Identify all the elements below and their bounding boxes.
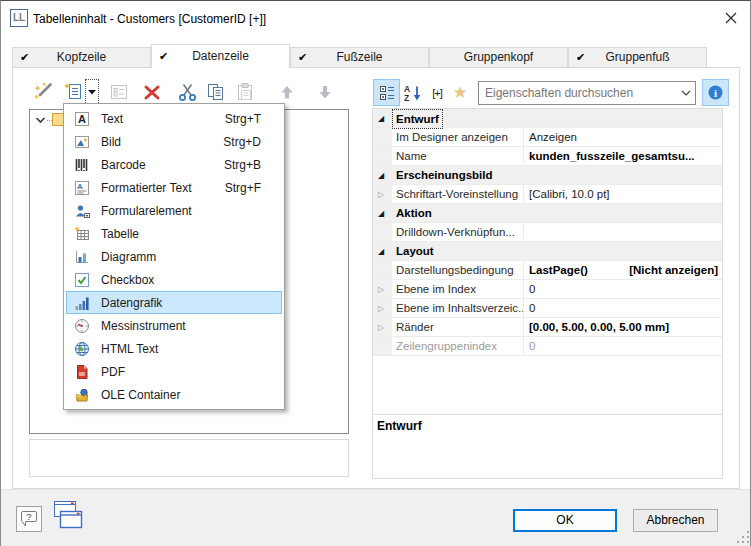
- property-row-zeilengruppenindex[interactable]: Zeilengruppenindex0: [373, 337, 722, 356]
- menu-item-label: Text: [101, 112, 123, 126]
- row-gutter: [373, 128, 392, 146]
- property-row-schriftart-voreinstellung[interactable]: ▷Schriftart-Voreinstellung[Calibri, 10.0…: [373, 185, 722, 204]
- resize-grip[interactable]: [737, 531, 751, 545]
- property-value[interactable]: 0: [524, 299, 722, 317]
- expand-triangle-icon[interactable]: ▷: [378, 186, 384, 204]
- menu-item-html-text[interactable]: HTML Text: [66, 337, 282, 360]
- property-value[interactable]: [Calibri, 10.0 pt]: [524, 185, 722, 203]
- properties-icon: [108, 81, 130, 103]
- section-label: Erscheinungsbild: [392, 166, 493, 184]
- row-gutter: ▷: [373, 185, 392, 203]
- property-value[interactable]: [0.00, 5.00, 0.00, 5.00 mm]: [524, 318, 722, 336]
- menu-item-ole-container[interactable]: OLE Container: [66, 383, 282, 406]
- menu-item-bild[interactable]: BildStrg+D: [66, 130, 282, 153]
- tab-fusszeile[interactable]: ✔Fußzeile: [290, 47, 429, 67]
- property-value[interactable]: [524, 223, 722, 241]
- row-gutter: ◢: [373, 242, 392, 260]
- property-row-name[interactable]: Namekunden_fusszeile_gesamtsu...: [373, 147, 722, 166]
- search-dropdown-chevron[interactable]: [677, 90, 695, 96]
- menu-item-tabelle[interactable]: Tabelle: [66, 222, 282, 245]
- menu-item-messinstrument[interactable]: Messinstrument: [66, 314, 282, 337]
- cancel-button[interactable]: Abbrechen: [633, 509, 718, 532]
- property-label: Ebene im Inhaltsverzeic...: [392, 299, 524, 317]
- tab-gruppenfuss[interactable]: ✔Gruppenfuß: [568, 47, 707, 67]
- tab-gruppenkopf[interactable]: Gruppenkopf: [429, 47, 568, 67]
- checkmark-icon: ✔: [20, 48, 29, 67]
- cut-button[interactable]: [177, 80, 199, 104]
- expand-triangle-icon[interactable]: ▷: [378, 319, 384, 337]
- dropdown-arrow-icon: [88, 90, 96, 95]
- tree-expander-chevron-icon[interactable]: [35, 116, 46, 125]
- paste-button[interactable]: [234, 80, 256, 104]
- menu-item-shortcut: Strg+B: [224, 158, 261, 172]
- formatted-text-icon: A: [74, 180, 90, 196]
- window-title: Tabelleninhalt - Customers [CustomerID […: [33, 12, 266, 26]
- edit-properties-button[interactable]: [108, 80, 130, 104]
- row-gutter: ◢: [373, 204, 392, 222]
- property-label: Name: [392, 147, 524, 165]
- menu-item-label: Bild: [101, 135, 121, 149]
- tab-label: Kopfzeile: [57, 50, 106, 64]
- arrow-down-icon: [314, 81, 336, 103]
- menu-item-diagramm[interactable]: Diagramm: [66, 245, 282, 268]
- lower-info-box: [29, 439, 349, 477]
- property-value[interactable]: 0: [524, 337, 722, 355]
- menu-item-shortcut: Strg+D: [223, 135, 261, 149]
- expand-triangle-icon[interactable]: ▷: [378, 281, 384, 299]
- delete-button[interactable]: [141, 80, 163, 104]
- property-row-raender[interactable]: ▷Ränder[0.00, 5.00, 0.00, 5.00 mm]: [373, 318, 722, 337]
- copy-button[interactable]: [205, 80, 227, 104]
- property-value[interactable]: Anzeigen: [524, 128, 722, 146]
- menu-item-label: Formularelement: [101, 204, 192, 218]
- info-button[interactable]: i: [702, 79, 729, 106]
- insert-wizard-button[interactable]: [32, 80, 54, 104]
- menu-item-formatierter-text[interactable]: AFormatierter TextStrg+F: [66, 176, 282, 199]
- property-section-erscheinungsbild[interactable]: ◢Erscheinungsbild: [373, 166, 722, 185]
- property-row-darstellungsbedingung[interactable]: DarstellungsbedingungLastPage()[Nicht an…: [373, 261, 722, 280]
- tab-kopfzeile[interactable]: ✔Kopfzeile: [12, 47, 151, 67]
- ole-icon: [74, 387, 90, 403]
- insert-element-dropdown-arrow[interactable]: [85, 79, 99, 105]
- menu-item-barcode[interactable]: BarcodeStrg+B: [66, 153, 282, 176]
- ok-button[interactable]: OK: [513, 509, 617, 532]
- property-value-text: Anzeigen: [529, 128, 577, 146]
- menu-item-formularelement[interactable]: Formularelement: [66, 199, 282, 222]
- view-categorized-button[interactable]: [373, 79, 400, 106]
- expand-triangle-icon[interactable]: ▷: [378, 300, 384, 318]
- property-section-layout[interactable]: ◢Layout: [373, 242, 722, 261]
- menu-item-label: PDF: [101, 365, 125, 379]
- property-row-ebene-im-inhaltsverzeichnis[interactable]: ▷Ebene im Inhaltsverzeic...0: [373, 299, 722, 318]
- favorites-button[interactable]: ★: [448, 79, 472, 106]
- property-row-ebene-im-index[interactable]: ▷Ebene im Index0: [373, 280, 722, 299]
- copy-windows-icon: [47, 498, 85, 536]
- property-label: Im Designer anzeigen: [392, 128, 524, 146]
- help-button[interactable]: ?: [16, 506, 42, 532]
- property-value[interactable]: 0: [524, 280, 722, 298]
- section-label: Layout: [392, 242, 434, 260]
- property-value[interactable]: LastPage()[Nicht anzeigen]: [524, 261, 722, 279]
- app-logo-icon: LL: [10, 9, 28, 27]
- menu-item-datengrafik[interactable]: Datengrafik: [66, 291, 282, 314]
- cut-icon: [177, 81, 199, 103]
- insert-element-button[interactable]: [63, 80, 85, 104]
- property-section-aktion[interactable]: ◢Aktion: [373, 204, 722, 223]
- menu-item-label: HTML Text: [101, 342, 158, 356]
- tab-datenzeile[interactable]: ✔Datenzeile: [151, 44, 290, 68]
- property-section-entwurf[interactable]: ◢Entwurf: [373, 109, 722, 128]
- property-row-drilldown[interactable]: Drilldown-Verknüpfun...: [373, 223, 722, 242]
- copy-layout-button[interactable]: [47, 498, 85, 536]
- property-grid: ◢EntwurfIm Designer anzeigenAnzeigenName…: [372, 108, 723, 415]
- menu-item-text[interactable]: ATextStrg+T: [66, 107, 282, 130]
- menu-item-checkbox[interactable]: Checkbox: [66, 268, 282, 291]
- copy-icon: [205, 81, 227, 103]
- menu-item-pdf[interactable]: PDF: [66, 360, 282, 383]
- move-up-button[interactable]: [276, 80, 298, 104]
- property-value[interactable]: kunden_fusszeile_gesamtsu...: [524, 147, 722, 165]
- expand-all-button[interactable]: [+]: [426, 79, 448, 106]
- move-down-button[interactable]: [314, 80, 336, 104]
- close-button[interactable]: [718, 6, 744, 30]
- html-icon: [74, 341, 90, 357]
- property-row-im-designer-anzeigen[interactable]: Im Designer anzeigenAnzeigen: [373, 128, 722, 147]
- sort-alphabetical-button[interactable]: A Z: [401, 79, 425, 106]
- property-search-input[interactable]: [479, 86, 677, 100]
